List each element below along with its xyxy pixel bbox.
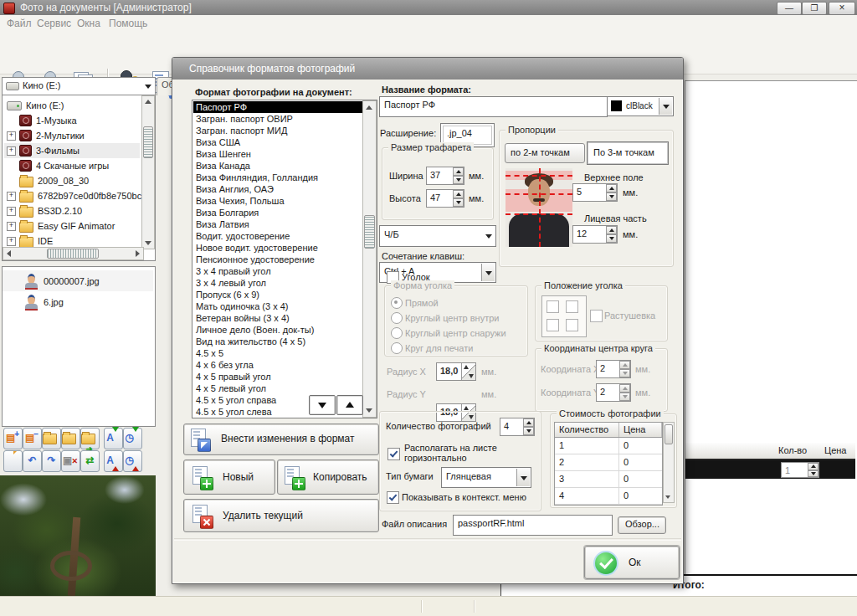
format-item[interactable]: Вид на жительство (4 х 5) bbox=[193, 336, 362, 347]
corner-top-right-checkbox[interactable] bbox=[566, 300, 578, 313]
format-item[interactable]: Водит. удостоверение bbox=[193, 230, 362, 242]
price-row[interactable]: 10 bbox=[555, 438, 662, 454]
photo-qty-spinner[interactable]: 4 bbox=[500, 418, 535, 436]
edit-button[interactable] bbox=[3, 450, 23, 472]
format-item[interactable]: Ветеран войны (3 х 4) bbox=[193, 312, 362, 324]
new-format-button[interactable]: Новый bbox=[183, 459, 275, 495]
coord-y-spinner[interactable]: 2 bbox=[596, 383, 631, 402]
format-item[interactable]: Загран. паспорт МИД bbox=[193, 125, 362, 136]
spin-down-icon[interactable] bbox=[523, 427, 534, 435]
order-qty-spinner[interactable]: 1 bbox=[781, 462, 819, 478]
format-list-scrollbar[interactable] bbox=[362, 100, 377, 418]
format-item[interactable]: Виза США bbox=[193, 136, 362, 148]
price-price-header[interactable]: Цена bbox=[619, 423, 662, 437]
sort-date-desc-button[interactable]: ◷ bbox=[123, 450, 142, 472]
diagonal-spin-icon[interactable] bbox=[461, 363, 475, 380]
format-item[interactable]: Мать одиночка (3 х 4) bbox=[193, 300, 362, 312]
corner-bottom-right-checkbox[interactable] bbox=[566, 319, 578, 331]
format-item[interactable]: Виза Латвия bbox=[193, 218, 362, 230]
format-item[interactable]: Пенсионное удостоверение bbox=[193, 254, 362, 265]
spin-down-icon[interactable] bbox=[808, 470, 819, 478]
expand-icon[interactable]: + bbox=[7, 207, 16, 216]
shape-print-circle-radio[interactable] bbox=[391, 342, 403, 354]
shape-round-outer-radio[interactable] bbox=[391, 327, 403, 339]
file-item[interactable]: 00000007.jpg bbox=[3, 270, 153, 291]
corner-top-left-checkbox[interactable] bbox=[547, 300, 559, 313]
drive-combo[interactable]: Кино (E:) bbox=[2, 77, 156, 95]
spin-down-icon[interactable] bbox=[453, 176, 464, 184]
rotate-right-button[interactable]: ↷ bbox=[42, 450, 61, 472]
format-item[interactable]: Виза Болгария bbox=[193, 207, 362, 218]
format-item[interactable]: 4 х 6 без угла bbox=[193, 359, 362, 371]
copy-format-button[interactable]: Копировать bbox=[277, 459, 379, 495]
format-item[interactable]: Новое водит. удостоверение bbox=[193, 242, 362, 254]
order-selected-row[interactable]: 1 bbox=[685, 460, 855, 479]
spin-down-icon[interactable] bbox=[619, 393, 630, 401]
format-listbox[interactable]: Паспорт РФЗагран. паспорт ОВИРЗагран. па… bbox=[192, 100, 377, 418]
sort-date-asc-button[interactable]: ◷ bbox=[123, 428, 142, 449]
chevron-down-icon[interactable] bbox=[481, 264, 495, 281]
tree-item[interactable]: +BS3D.2.10 bbox=[4, 203, 140, 218]
format-item[interactable]: 3 х 4 правый угол bbox=[193, 265, 362, 277]
three-points-button[interactable]: По 3-м точкам bbox=[587, 141, 669, 165]
format-item[interactable]: 4 х 5 левый угол bbox=[193, 382, 362, 394]
camera-off-button[interactable]: ▣✕ bbox=[61, 450, 80, 472]
spin-up-icon[interactable] bbox=[808, 463, 819, 470]
width-spinner[interactable]: 37 bbox=[426, 167, 464, 185]
menu-windows[interactable]: Окна bbox=[77, 18, 100, 29]
shape-straight-radio[interactable] bbox=[391, 297, 403, 309]
format-move-up-button[interactable] bbox=[336, 395, 363, 415]
top-margin-spinner[interactable]: 5 bbox=[572, 183, 618, 202]
format-item[interactable]: 4.5 х 5 bbox=[193, 347, 362, 359]
spin-up-icon[interactable] bbox=[606, 184, 617, 192]
maximize-button[interactable]: ❐ bbox=[802, 2, 827, 15]
rotate-left-button[interactable]: ↶ bbox=[23, 450, 42, 472]
format-item[interactable]: Паспорт РФ bbox=[193, 101, 362, 113]
format-item[interactable]: Виза Канада bbox=[193, 160, 362, 172]
spin-down-icon[interactable] bbox=[606, 234, 617, 243]
tree-vertical-scrollbar[interactable] bbox=[141, 95, 155, 249]
minimize-button[interactable]: — bbox=[777, 2, 802, 15]
folder-date-button[interactable] bbox=[61, 428, 80, 449]
coord-x-spinner[interactable]: 2 bbox=[596, 360, 631, 378]
tree-item[interactable]: 4 Скачаные игры bbox=[4, 158, 140, 173]
tree-item[interactable]: +3-Фильмы bbox=[4, 143, 140, 158]
apply-format-button[interactable]: Внести изменения в формат bbox=[183, 424, 379, 455]
tree-item[interactable]: +2-Мультики bbox=[4, 128, 140, 143]
expand-icon[interactable]: + bbox=[7, 237, 16, 246]
spin-up-icon[interactable] bbox=[453, 167, 464, 176]
format-item[interactable]: 4 х 5 правый угол bbox=[193, 371, 362, 382]
price-row[interactable]: 40 bbox=[555, 488, 662, 505]
feather-checkbox[interactable] bbox=[590, 310, 603, 322]
browse-button[interactable]: Обзор... bbox=[618, 516, 666, 534]
color-combo[interactable]: clBlack bbox=[607, 96, 674, 116]
tree-item[interactable]: 1-Музыка bbox=[4, 113, 140, 128]
menu-help[interactable]: Помощь bbox=[109, 18, 147, 29]
format-item[interactable]: 3 х 4 левый угол bbox=[193, 277, 362, 289]
remove-item-button[interactable]: ▤− bbox=[23, 428, 42, 449]
refresh-button[interactable]: ⇄ bbox=[80, 450, 100, 472]
price-row[interactable]: 20 bbox=[555, 454, 662, 471]
shape-round-inner-radio[interactable] bbox=[391, 312, 403, 324]
ok-button[interactable]: Ок bbox=[584, 546, 680, 579]
two-points-button[interactable]: по 2-м точкам bbox=[505, 143, 585, 163]
format-item[interactable]: Виза Шенген bbox=[193, 148, 362, 160]
format-item[interactable]: Загран. паспорт ОВИР bbox=[193, 113, 362, 125]
tree-item[interactable]: +Easy GIF Animator bbox=[4, 218, 140, 234]
spin-up-icon[interactable] bbox=[453, 190, 464, 198]
dialog-title-bar[interactable]: Справочник форматов фотографий bbox=[172, 58, 683, 80]
sort-name-desc-button[interactable]: A bbox=[104, 450, 123, 472]
format-move-down-button[interactable] bbox=[309, 395, 336, 415]
paper-type-combo[interactable]: Глянцевая bbox=[441, 467, 531, 488]
folder-home-button[interactable] bbox=[42, 428, 61, 449]
spin-up-icon[interactable] bbox=[619, 361, 630, 369]
price-qty-header[interactable]: Количество bbox=[555, 423, 619, 437]
spin-down-icon[interactable] bbox=[606, 192, 617, 201]
tree-item[interactable]: Кино (E:) bbox=[4, 98, 140, 113]
tree-item[interactable]: 2009_08_30 bbox=[4, 173, 140, 188]
file-item[interactable]: 6.jpg bbox=[3, 291, 153, 312]
price-row[interactable]: 30 bbox=[555, 471, 662, 488]
horizontal-layout-checkbox[interactable] bbox=[387, 448, 400, 460]
radius-x-spinner[interactable]: 18,0 bbox=[436, 362, 476, 381]
format-item[interactable]: Виза Чехия, Польша bbox=[193, 195, 362, 207]
